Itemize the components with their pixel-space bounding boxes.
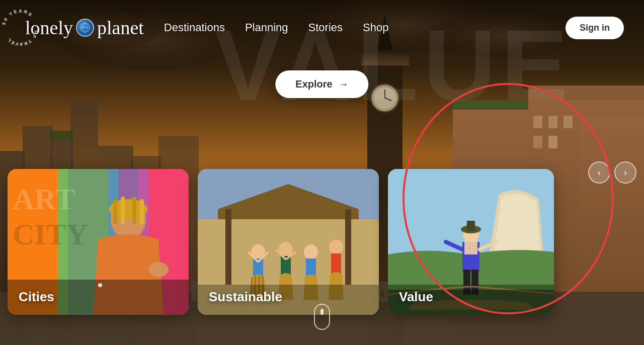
explore-label: Explore: [295, 78, 332, 90]
card-cities[interactable]: ART CITY Cities: [8, 169, 189, 315]
card-value[interactable]: Value: [388, 169, 554, 315]
svg-point-63: [148, 262, 169, 277]
sign-in-button[interactable]: Sign in: [566, 17, 624, 39]
svg-rect-60: [121, 197, 125, 224]
svg-point-47: [80, 23, 90, 32]
svg-rect-62: [140, 199, 144, 224]
explore-button[interactable]: Explore →: [275, 70, 368, 98]
svg-text:OF TRAVEL: OF TRAVEL: [6, 30, 39, 47]
card-sustainable[interactable]: Sustainable: [198, 169, 379, 315]
nav-stories[interactable]: Stories: [308, 21, 343, 34]
nav-destinations[interactable]: Destinations: [164, 21, 225, 34]
scroll-dot: [320, 309, 324, 315]
nav-shop[interactable]: Shop: [363, 21, 388, 34]
explore-btn-container: Explore →: [275, 70, 368, 98]
next-arrow-button[interactable]: ›: [614, 161, 636, 184]
carousel-controls: ‹ ›: [588, 161, 636, 184]
anniversary-badge: 50 YEARS OF TRAVEL: [0, 5, 43, 50]
svg-text:ART: ART: [13, 183, 75, 216]
svg-text:50 YEARS: 50 YEARS: [1, 9, 34, 26]
svg-point-80: [304, 244, 318, 260]
svg-point-48: [83, 23, 88, 32]
svg-text:CITY: CITY: [13, 218, 88, 251]
navbar: 50 YEARS OF TRAVEL lonely planet Destina…: [0, 0, 644, 55]
person-indicator: [98, 283, 102, 287]
prev-arrow-button[interactable]: ‹: [588, 161, 610, 184]
sustainable-card-label: Sustainable: [209, 289, 282, 305]
logo[interactable]: lonely planet: [25, 17, 144, 39]
svg-point-82: [329, 239, 343, 254]
svg-rect-97: [467, 221, 475, 231]
cards-container: ART CITY Cities: [8, 169, 636, 315]
logo-text-right: planet: [97, 17, 144, 39]
nav-planning[interactable]: Planning: [245, 21, 288, 34]
svg-rect-61: [132, 197, 136, 224]
cities-card-label: Cities: [19, 289, 54, 305]
nav-links: Destinations Planning Stories Shop: [164, 21, 566, 34]
svg-rect-59: [113, 199, 117, 224]
globe-icon: [76, 19, 94, 37]
value-card-label: Value: [399, 289, 433, 305]
explore-arrow-icon: →: [339, 78, 349, 90]
svg-rect-94: [464, 239, 477, 254]
logo-text: lonely planet: [25, 17, 144, 39]
scroll-indicator: [314, 304, 330, 330]
